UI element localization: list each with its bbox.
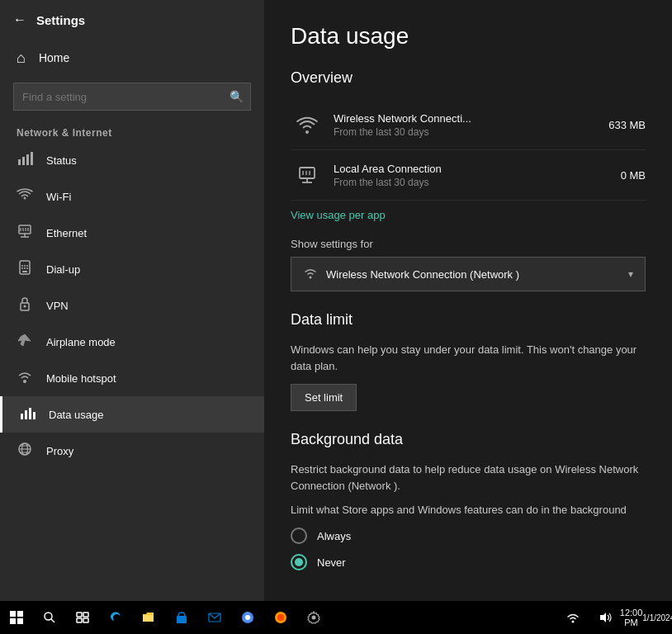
start-button[interactable] — [0, 601, 33, 634]
taskbar: 12:00 PM 1/1/2024 — [0, 601, 672, 634]
wireless-usage-icon — [291, 108, 324, 141]
radio-never-inner — [295, 558, 303, 566]
sidebar-item-datausage[interactable]: Data usage — [0, 396, 264, 433]
svg-rect-46 — [83, 613, 88, 617]
overview-heading: Overview — [291, 69, 646, 87]
data-limit-desc: Windows can help you stay under your dat… — [291, 342, 646, 374]
svg-point-21 — [23, 380, 26, 383]
svg-rect-32 — [300, 168, 315, 178]
volume-taskbar-icon[interactable] — [589, 601, 622, 634]
sidebar-item-wifi[interactable]: Wi-Fi — [0, 178, 264, 215]
sidebar-item-dialup[interactable]: Dial-up — [0, 251, 264, 287]
hotspot-icon — [17, 369, 33, 388]
search-button[interactable]: 🔍 — [222, 83, 250, 111]
wireless-usage-info: Wireless Network Connecti... From the la… — [334, 112, 608, 138]
datausage-icon — [19, 405, 35, 424]
back-button[interactable]: ← — [13, 12, 26, 27]
sidebar-label-airplane: Airplane mode — [46, 336, 116, 348]
sidebar-item-ethernet[interactable]: Ethernet — [0, 215, 264, 251]
airplane-icon — [17, 333, 33, 352]
sidebar-label-status: Status — [46, 154, 77, 167]
sidebar-item-vpn[interactable]: VPN — [0, 287, 264, 324]
svg-rect-49 — [143, 615, 154, 622]
svg-point-17 — [26, 267, 28, 269]
wireless-usage-subtext: From the last 30 days — [334, 126, 608, 138]
view-usage-link[interactable]: View usage per app — [291, 209, 386, 221]
task-view-button[interactable] — [66, 601, 99, 634]
dropdown-text: Wireless Network Connection (Network ) — [326, 268, 628, 281]
background-data-heading: Background data — [291, 431, 646, 448]
svg-point-13 — [24, 265, 26, 267]
sidebar-label-ethernet: Ethernet — [46, 227, 87, 239]
sidebar-item-airplane[interactable]: Airplane mode — [0, 324, 264, 360]
svg-rect-0 — [18, 159, 21, 165]
svg-rect-1 — [22, 157, 25, 165]
ethernet-icon — [17, 224, 33, 243]
set-limit-button[interactable]: Set limit — [291, 384, 357, 411]
edge-taskbar-icon[interactable] — [99, 601, 132, 634]
svg-rect-47 — [77, 618, 82, 622]
wifi-icon — [17, 188, 33, 206]
local-usage-name: Local Area Connection — [334, 163, 621, 175]
clock-taskbar-icon: 12:00 PM 1/1/2024 — [622, 601, 672, 634]
svg-rect-24 — [29, 408, 31, 419]
svg-point-57 — [572, 621, 575, 623]
wireless-usage-amount: 633 MB — [608, 119, 646, 131]
sidebar-item-status[interactable]: Status — [0, 142, 264, 178]
page-title: Data usage — [291, 23, 646, 50]
search-taskbar-button[interactable] — [33, 601, 66, 634]
network-taskbar-icon[interactable] — [556, 601, 589, 634]
radio-always-label: Always — [317, 530, 351, 542]
search-input[interactable] — [14, 91, 222, 103]
background-data-desc: Restrict background data to help reduce … — [291, 461, 646, 494]
radio-always-circle — [291, 528, 307, 544]
usage-item-local: Local Area Connection From the last 30 d… — [291, 150, 646, 201]
home-label: Home — [39, 51, 69, 64]
home-icon: ⌂ — [17, 50, 26, 67]
store-taskbar-icon[interactable] — [165, 601, 198, 634]
chrome-taskbar-icon[interactable] — [231, 601, 264, 634]
vpn-icon — [17, 296, 33, 315]
firefox-taskbar-icon[interactable] — [264, 601, 297, 634]
sidebar: ← Settings ⌂ Home 🔍 Network & Internet — [0, 0, 264, 601]
local-usage-subtext: From the last 30 days — [334, 177, 621, 188]
proxy-icon — [17, 442, 33, 461]
mail-taskbar-icon[interactable] — [198, 601, 231, 634]
sidebar-section-title: Network & Internet — [0, 117, 264, 142]
svg-point-15 — [21, 267, 23, 269]
explorer-taskbar-icon[interactable] — [132, 601, 165, 634]
dialup-icon — [17, 260, 33, 279]
sidebar-label-dialup: Dial-up — [46, 263, 80, 276]
svg-rect-25 — [33, 412, 35, 419]
svg-rect-41 — [10, 618, 16, 624]
settings-taskbar-icon[interactable] — [297, 601, 330, 634]
bg-data-limit-text: Limit what Store apps and Windows featur… — [291, 504, 646, 516]
radio-never[interactable]: Never — [291, 554, 646, 570]
radio-always[interactable]: Always — [291, 528, 646, 544]
sidebar-item-proxy[interactable]: Proxy — [0, 433, 264, 469]
sidebar-header: ← Settings — [0, 0, 264, 40]
svg-rect-2 — [26, 154, 29, 165]
wireless-usage-name: Wireless Network Connecti... — [334, 112, 608, 125]
svg-point-55 — [277, 614, 284, 621]
network-dropdown[interactable]: Wireless Network Connection (Network ) ▾ — [291, 257, 646, 291]
background-data-section: Background data Restrict background data… — [291, 431, 646, 570]
sidebar-label-wifi: Wi-Fi — [46, 191, 71, 203]
usage-item-wireless: Wireless Network Connecti... From the la… — [291, 100, 646, 150]
svg-rect-40 — [17, 611, 23, 617]
taskbar-right: 12:00 PM 1/1/2024 — [556, 601, 672, 634]
sidebar-label-datausage: Data usage — [49, 409, 104, 421]
svg-point-12 — [21, 265, 23, 267]
sidebar-item-hotspot[interactable]: Mobile hotspot — [0, 360, 264, 396]
clock-date: 1/1/2024 — [642, 613, 672, 622]
svg-point-43 — [45, 613, 52, 620]
sidebar-label-proxy: Proxy — [46, 445, 73, 457]
svg-point-38 — [310, 277, 312, 279]
main-content: Data usage Overview Wireless Network Con… — [264, 0, 672, 601]
svg-rect-22 — [21, 414, 23, 419]
svg-rect-39 — [10, 611, 16, 617]
svg-point-16 — [24, 267, 26, 269]
svg-point-53 — [245, 615, 250, 620]
svg-point-20 — [24, 305, 26, 307]
sidebar-item-home[interactable]: ⌂ Home — [0, 40, 264, 76]
